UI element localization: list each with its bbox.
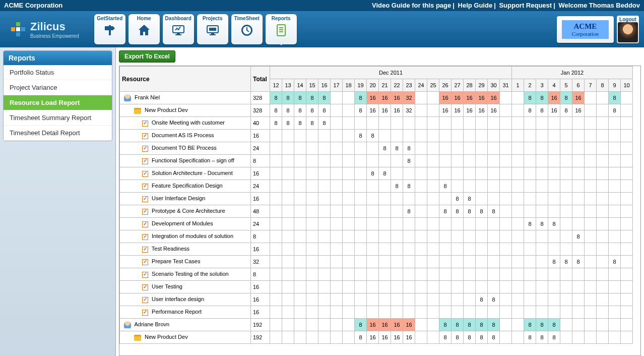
cell-day: [439, 256, 452, 268]
cell-day: 8: [439, 319, 452, 331]
grid-row-task: Test Readiness16: [120, 243, 633, 256]
cell-day: [452, 268, 464, 281]
cell-day: [572, 180, 585, 193]
cell-name[interactable]: Document TO BE Process: [120, 142, 251, 155]
cell-day: 8: [548, 256, 560, 268]
sidebar-item-resource-load-report[interactable]: Resource Load Report: [4, 95, 112, 110]
nav-tab-home[interactable]: Home: [128, 14, 160, 44]
cell-name[interactable]: New Product Dev: [120, 331, 251, 344]
sidebar-item-timesheet-detail-report[interactable]: Timesheet Detail Report: [4, 126, 112, 141]
cell-day: [294, 230, 306, 243]
grid-row-project: New Product Dev19281616161688888888: [120, 331, 633, 344]
welcome-user[interactable]: Welcome Thomas Beddov: [558, 2, 640, 9]
cell-day: [270, 130, 282, 142]
cell-name[interactable]: Prepare Test Cases: [120, 256, 251, 268]
cell-day: [609, 155, 621, 167]
cell-name[interactable]: Test Readiness: [120, 243, 251, 256]
cell-day: 8: [536, 331, 548, 344]
cell-day: [512, 130, 524, 142]
cell-day: [331, 281, 343, 293]
cell-day: [572, 331, 585, 344]
screen-icon: [206, 23, 220, 40]
report-grid[interactable]: ResourceTotalDec 2011Jan 201212131415161…: [119, 66, 641, 356]
cell-name[interactable]: New Product Dev: [120, 104, 251, 117]
cell-day: 16: [367, 319, 379, 331]
cell-day: [500, 205, 512, 218]
cell-name[interactable]: Integration of modules of solution: [120, 230, 251, 243]
cell-day: [282, 180, 294, 193]
cell-day: [331, 167, 343, 180]
cell-day: [452, 180, 464, 193]
cell-day: 16: [439, 92, 452, 104]
nav-tab-dashboard[interactable]: Dashboard: [163, 14, 194, 44]
cell-day: [306, 142, 318, 155]
sidebar-item-portfolio-status[interactable]: Portfolio Status: [4, 65, 112, 80]
cell-name[interactable]: User Testing: [120, 281, 251, 293]
cell-day: 8: [294, 104, 306, 117]
cell-day: [452, 306, 464, 319]
nav-tab-getstarted[interactable]: GetStarted: [94, 14, 125, 44]
cell-day: [367, 293, 379, 306]
cell-total: 16: [251, 167, 270, 180]
cell-day: [403, 306, 415, 319]
cell-day: [452, 117, 464, 130]
cell-day: [524, 281, 536, 293]
sidebar-item-timesheet-summary-report[interactable]: Timesheet Summary Report: [4, 110, 112, 126]
cell-day: 8: [464, 205, 476, 218]
cell-day: [318, 218, 331, 230]
cell-day: [572, 293, 585, 306]
cell-day: [355, 306, 367, 319]
export-button[interactable]: Export To Excel: [119, 50, 175, 63]
cell-name[interactable]: Scenario Testing of the solution: [120, 268, 251, 281]
cell-day: [343, 155, 355, 167]
logout-box[interactable]: Logout: [617, 16, 639, 43]
cell-day: [331, 92, 343, 104]
grid-row-task: Functional Specification – sign off88: [120, 155, 633, 167]
nav-tab-reports[interactable]: Reports: [266, 14, 297, 44]
task-icon: [142, 310, 148, 316]
home-icon: [137, 23, 151, 40]
cell-name[interactable]: Document AS IS Process: [120, 130, 251, 142]
cell-day: [282, 293, 294, 306]
link-help-guide[interactable]: Help Guide: [458, 2, 493, 9]
cell-day: [355, 193, 367, 205]
cell-day: 16: [367, 104, 379, 117]
cell-day: [500, 155, 512, 167]
sidebar-item-project-variance[interactable]: Project Variance: [4, 80, 112, 95]
cell-name[interactable]: User interface design: [120, 293, 251, 306]
cell-day: [391, 218, 403, 230]
cell-day: [403, 256, 415, 268]
cell-day: [500, 256, 512, 268]
nav-tab-timesheet[interactable]: TimeSheet: [231, 14, 263, 44]
cell-day: [294, 281, 306, 293]
cell-day: [415, 218, 427, 230]
cell-day: [500, 142, 512, 155]
cell-day: [621, 180, 633, 193]
cell-day: [488, 180, 500, 193]
cell-day: 32: [403, 92, 415, 104]
cell-day: 8: [476, 205, 488, 218]
cell-name[interactable]: Prototype & Core Architecture: [120, 205, 251, 218]
cell-day: [379, 268, 391, 281]
cell-name[interactable]: Performance Report: [120, 306, 251, 319]
logo-icon: [10, 21, 26, 37]
cell-day: [331, 268, 343, 281]
link-video-guide[interactable]: Video Guide for this page: [372, 2, 451, 9]
link-support[interactable]: Support Request: [499, 2, 552, 9]
nav-tab-projects[interactable]: Projects: [197, 14, 228, 44]
cell-name[interactable]: Frank Niel: [120, 92, 251, 104]
cell-name[interactable]: Development of Modules: [120, 218, 251, 230]
cell-name[interactable]: User Interface Design: [120, 193, 251, 205]
svg-rect-7: [177, 33, 180, 34]
cell-name[interactable]: Onsite Meeting with customer: [120, 117, 251, 130]
cell-name[interactable]: Feature Specification Design: [120, 180, 251, 193]
cell-day: [270, 218, 282, 230]
cell-name[interactable]: Adriane Brovn: [120, 319, 251, 331]
cell-day: [282, 193, 294, 205]
cell-day: [439, 281, 452, 293]
cell-day: [512, 319, 524, 331]
cell-name[interactable]: Solution Architecture - Document: [120, 167, 251, 180]
cell-day: [306, 167, 318, 180]
cell-name[interactable]: Functional Specification – sign off: [120, 155, 251, 167]
cell-day: [415, 167, 427, 180]
